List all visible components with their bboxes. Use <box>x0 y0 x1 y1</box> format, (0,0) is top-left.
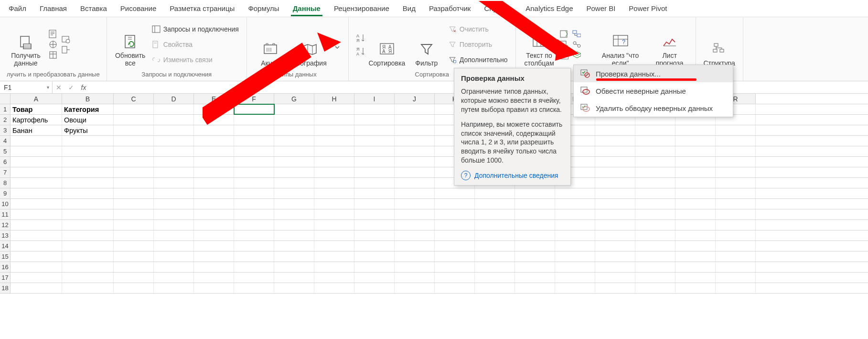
cell-H6[interactable] <box>314 157 354 167</box>
cell-M13[interactable] <box>515 230 555 241</box>
cell-J12[interactable] <box>395 220 435 230</box>
filter-button[interactable]: Фильтр <box>410 22 443 67</box>
cell-N14[interactable] <box>555 241 595 251</box>
cell-B12[interactable] <box>62 220 114 230</box>
cell-G10[interactable] <box>274 199 314 209</box>
cell-O11[interactable] <box>595 209 635 219</box>
tab-view[interactable]: Вид <box>396 0 422 16</box>
dropdown-circle-invalid[interactable]: Обвести неверные данные <box>574 82 733 99</box>
cell-A12[interactable] <box>11 220 62 230</box>
cell-C11[interactable] <box>114 209 154 219</box>
from-table-icon[interactable] <box>49 51 57 59</box>
cell-C4[interactable] <box>114 136 154 146</box>
cell-H15[interactable] <box>314 252 354 262</box>
cell-D9[interactable] <box>154 188 194 198</box>
cell-I12[interactable] <box>354 220 395 230</box>
cell-R4[interactable] <box>716 136 756 146</box>
cell-R7[interactable] <box>716 167 756 177</box>
cell-A7[interactable] <box>11 167 62 177</box>
sort-button[interactable]: ЯААЯ Сортировка <box>368 22 406 67</box>
cell-Q9[interactable] <box>675 188 716 198</box>
cell-G16[interactable] <box>274 262 314 272</box>
cell-O16[interactable] <box>595 262 635 272</box>
get-data-button[interactable]: Получить данные <box>7 22 45 67</box>
cell-I4[interactable] <box>354 136 395 146</box>
cell-B8[interactable] <box>62 178 114 188</box>
cell-P15[interactable] <box>635 252 675 262</box>
cell-C18[interactable] <box>114 283 154 293</box>
cell-E4[interactable] <box>194 136 234 146</box>
cell-A6[interactable] <box>11 157 62 167</box>
cell-R16[interactable] <box>716 262 756 272</box>
cell-M14[interactable] <box>515 241 555 251</box>
cell-G12[interactable] <box>274 220 314 230</box>
cell-B16[interactable] <box>62 262 114 272</box>
cell-D13[interactable] <box>154 230 194 241</box>
cell-R15[interactable] <box>716 252 756 262</box>
cell-F4[interactable] <box>234 136 274 146</box>
cell-B4[interactable] <box>62 136 114 146</box>
structure-button[interactable]: Структура <box>703 22 736 67</box>
cell-G8[interactable] <box>274 178 314 188</box>
cell-P3[interactable] <box>635 125 675 135</box>
cell-P4[interactable] <box>635 136 675 146</box>
cell-N10[interactable] <box>555 199 595 209</box>
cell-I18[interactable] <box>354 283 395 293</box>
cell-M11[interactable] <box>515 209 555 219</box>
cell-I9[interactable] <box>354 188 395 198</box>
cell-I16[interactable] <box>354 262 395 272</box>
cell-H13[interactable] <box>314 230 354 241</box>
cell-A17[interactable] <box>11 273 62 283</box>
cell-E11[interactable] <box>194 209 234 219</box>
cell-M9[interactable] <box>515 188 555 198</box>
cell-L16[interactable] <box>475 262 515 272</box>
cell-A4[interactable] <box>11 136 62 146</box>
cell-O15[interactable] <box>595 252 635 262</box>
cell-E5[interactable] <box>194 146 234 156</box>
cell-G9[interactable] <box>274 188 314 198</box>
cell-D11[interactable] <box>154 209 194 219</box>
cell-F15[interactable] <box>234 252 274 262</box>
cell-F18[interactable] <box>234 283 274 293</box>
cell-J18[interactable] <box>395 283 435 293</box>
cell-A8[interactable] <box>11 178 62 188</box>
cell-J9[interactable] <box>395 188 435 198</box>
cell-Q6[interactable] <box>675 157 716 167</box>
cell-P9[interactable] <box>635 188 675 198</box>
cell-N15[interactable] <box>555 252 595 262</box>
cell-K13[interactable] <box>435 230 475 241</box>
cell-F10[interactable] <box>234 199 274 209</box>
cell-K14[interactable] <box>435 241 475 251</box>
cell-E6[interactable] <box>194 157 234 167</box>
cell-G11[interactable] <box>274 209 314 219</box>
cell-F5[interactable] <box>234 146 274 156</box>
cell-I2[interactable] <box>354 115 395 125</box>
cell-Q8[interactable] <box>675 178 716 188</box>
cell-J16[interactable] <box>395 262 435 272</box>
cell-G18[interactable] <box>274 283 314 293</box>
cell-H5[interactable] <box>314 146 354 156</box>
tab-data[interactable]: Данные <box>286 0 327 16</box>
existing-conn-icon[interactable] <box>61 45 70 54</box>
cell-A15[interactable] <box>11 252 62 262</box>
cell-A14[interactable] <box>11 241 62 251</box>
cell-H4[interactable] <box>314 136 354 146</box>
tab-insert[interactable]: Вставка <box>74 0 114 16</box>
cell-M15[interactable] <box>515 252 555 262</box>
cell-E18[interactable] <box>194 283 234 293</box>
cell-G6[interactable] <box>274 157 314 167</box>
cell-O8[interactable] <box>595 178 635 188</box>
cell-D15[interactable] <box>154 252 194 262</box>
cell-D6[interactable] <box>154 157 194 167</box>
cell-I10[interactable] <box>354 199 395 209</box>
cell-E13[interactable] <box>194 230 234 241</box>
row-header[interactable]: 16 <box>0 262 11 272</box>
cell-C2[interactable] <box>114 115 154 125</box>
cell-R3[interactable] <box>716 125 756 135</box>
cell-H12[interactable] <box>314 220 354 230</box>
dropdown-clear-circles[interactable]: Удалить обводку неверных данных <box>574 99 733 117</box>
cell-D2[interactable] <box>154 115 194 125</box>
col-header-J[interactable]: J <box>395 94 435 104</box>
cell-Q12[interactable] <box>675 220 716 230</box>
cell-L9[interactable] <box>475 188 515 198</box>
